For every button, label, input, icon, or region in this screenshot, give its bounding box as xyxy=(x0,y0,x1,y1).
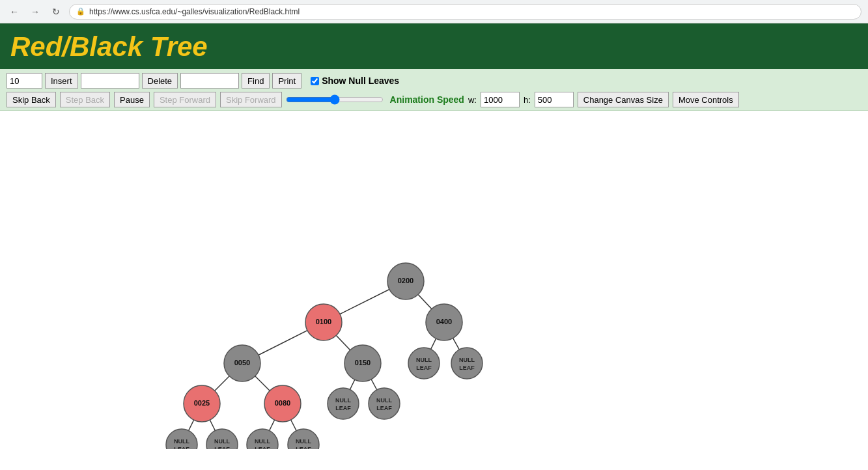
w-label: w: xyxy=(468,95,477,105)
svg-text:0050: 0050 xyxy=(234,359,250,366)
step-forward-button[interactable]: Step Forward xyxy=(154,92,216,107)
url-text: https://www.cs.usfca.edu/~galles/visuali… xyxy=(89,7,300,16)
page-header: Red/Black Tree xyxy=(0,23,868,69)
controls-bar: Insert Delete Find Print Show Null Leave… xyxy=(0,69,868,111)
canvas-area: 0200010004000050015000250080NULLLEAFNULL… xyxy=(0,111,868,449)
lock-icon: 🔒 xyxy=(76,7,85,16)
find-input[interactable] xyxy=(180,73,239,89)
svg-text:0100: 0100 xyxy=(316,318,331,325)
svg-text:0400: 0400 xyxy=(436,318,452,325)
svg-text:LEAF: LEAF xyxy=(459,365,475,371)
address-bar: 🔒 https://www.cs.usfca.edu/~galles/visua… xyxy=(69,4,861,20)
speed-slider[interactable] xyxy=(286,94,384,105)
show-null-label: Show Null Leaves xyxy=(311,76,399,86)
svg-text:NULL: NULL xyxy=(296,438,311,445)
change-canvas-button[interactable]: Change Canvas Size xyxy=(578,92,669,107)
insert-button[interactable]: Insert xyxy=(45,73,78,89)
svg-text:NULL: NULL xyxy=(255,438,270,445)
back-button[interactable]: ← xyxy=(7,4,22,20)
svg-text:LEAF: LEAF xyxy=(255,446,270,449)
forward-button[interactable]: → xyxy=(27,4,43,20)
print-button[interactable]: Print xyxy=(272,73,301,89)
tree-svg: 0200010004000050015000250080NULLLEAFNULL… xyxy=(0,111,868,449)
skip-back-button[interactable]: Skip Back xyxy=(7,92,56,107)
width-input[interactable] xyxy=(481,92,520,107)
height-input[interactable] xyxy=(535,92,574,107)
svg-text:NULL: NULL xyxy=(335,397,351,404)
svg-text:0080: 0080 xyxy=(275,399,290,407)
svg-text:LEAF: LEAF xyxy=(214,446,230,449)
find-button[interactable]: Find xyxy=(242,73,270,89)
skip-forward-button[interactable]: Skip Forward xyxy=(220,92,282,107)
svg-text:NULL: NULL xyxy=(174,438,189,445)
svg-text:0150: 0150 xyxy=(355,359,371,366)
svg-text:NULL: NULL xyxy=(214,438,230,445)
svg-text:LEAF: LEAF xyxy=(376,405,392,411)
animation-speed-label: Animation Speed xyxy=(390,94,464,105)
svg-text:0200: 0200 xyxy=(398,277,413,284)
pause-button[interactable]: Pause xyxy=(114,92,150,107)
svg-text:LEAF: LEAF xyxy=(335,405,351,411)
svg-text:LEAF: LEAF xyxy=(174,446,189,449)
controls-row1: Insert Delete Find Print Show Null Leave… xyxy=(7,73,861,89)
delete-button[interactable]: Delete xyxy=(142,73,178,89)
move-controls-button[interactable]: Move Controls xyxy=(673,92,739,107)
h-label: h: xyxy=(524,95,531,105)
svg-text:NULL: NULL xyxy=(459,357,475,363)
svg-text:LEAF: LEAF xyxy=(416,365,432,371)
svg-text:NULL: NULL xyxy=(376,397,392,404)
delete-input[interactable] xyxy=(81,73,139,89)
svg-text:LEAF: LEAF xyxy=(296,446,311,449)
reload-button[interactable]: ↻ xyxy=(48,4,64,20)
controls-row2: Skip Back Step Back Pause Step Forward S… xyxy=(7,92,861,107)
step-back-button[interactable]: Step Back xyxy=(60,92,110,107)
browser-chrome: ← → ↻ 🔒 https://www.cs.usfca.edu/~galles… xyxy=(0,0,868,23)
insert-input[interactable] xyxy=(7,73,42,89)
svg-text:NULL: NULL xyxy=(416,357,432,363)
page-title: Red/Black Tree xyxy=(10,31,858,62)
show-null-checkbox[interactable] xyxy=(311,77,319,85)
svg-text:0025: 0025 xyxy=(194,399,210,407)
